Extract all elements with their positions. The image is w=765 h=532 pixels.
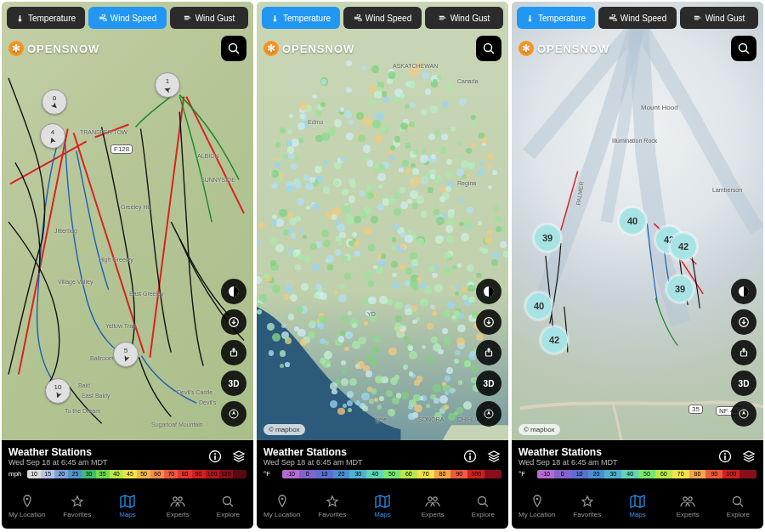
share-icon: [484, 348, 494, 358]
share-button[interactable]: [221, 340, 246, 365]
nav-my-location[interactable]: My Location: [257, 483, 307, 529]
pill-wind-gust[interactable]: Wind Gust: [425, 7, 503, 29]
search-icon: [219, 494, 236, 509]
three-d-label: 3D: [229, 379, 240, 388]
locate-button[interactable]: [476, 401, 502, 427]
nav-explore[interactable]: Explore: [713, 483, 763, 529]
temp-marker[interactable]: 39: [666, 275, 694, 303]
three-d-button[interactable]: 3D: [731, 371, 756, 396]
wind-marker[interactable]: 5➤: [113, 342, 139, 367]
layers-button[interactable]: [741, 449, 756, 464]
logo-row: ✻ OPENSNOW: [512, 36, 763, 61]
download-button[interactable]: [731, 309, 756, 335]
pill-wind-gust[interactable]: Wind Gust: [680, 7, 758, 29]
pill-temperature[interactable]: Temperature: [262, 7, 340, 29]
nav-experts[interactable]: Experts: [153, 483, 203, 529]
nav-explore[interactable]: Explore: [203, 483, 253, 529]
nav-favorites[interactable]: Favorites: [52, 483, 102, 529]
svg-line-25: [491, 51, 495, 54]
layers-icon: [742, 450, 756, 463]
info-bar: Weather Stations Wed Sep 18 at 6:45 am M…: [512, 440, 763, 483]
snowflake-icon: ✻: [518, 41, 534, 56]
legend-cell: 30: [604, 470, 621, 478]
svg-rect-16: [214, 456, 216, 460]
nav-experts[interactable]: Experts: [408, 483, 458, 529]
legend-cell: 100: [468, 470, 484, 478]
pill-wind-gust[interactable]: Wind Gust: [170, 7, 248, 29]
nav-maps[interactable]: Maps: [102, 483, 152, 529]
info-button[interactable]: [717, 449, 733, 464]
legend-cell: 25: [68, 470, 82, 478]
screenshot-panel-1: F128 Temperature Wind Speed Wind Gust ✻ …: [2, 2, 253, 529]
svg-point-50: [724, 453, 726, 455]
legend-cell: 90: [192, 470, 206, 478]
nav-label: Favorites: [318, 511, 346, 518]
contrast-button[interactable]: [221, 279, 246, 304]
pill-wind-speed[interactable]: Wind Speed: [343, 7, 422, 29]
nav-favorites[interactable]: Favorites: [307, 483, 357, 529]
svg-rect-42: [530, 14, 530, 19]
wind-marker[interactable]: 1➤: [155, 72, 180, 98]
search-button[interactable]: [476, 36, 502, 61]
wind-icon: [609, 14, 617, 22]
info-bar: Weather Stations Wed Sep 18 at 6:45 am M…: [2, 440, 253, 483]
nav-my-location[interactable]: My Location: [2, 483, 52, 529]
map-area[interactable]: F128 Temperature Wind Speed Wind Gust ✻ …: [2, 2, 253, 529]
legend-cell: 0: [299, 470, 316, 478]
nav-label: Explore: [472, 511, 495, 518]
info-button[interactable]: [462, 449, 478, 464]
svg-point-31: [469, 453, 471, 455]
pill-temperature[interactable]: Temperature: [517, 7, 595, 29]
brand-text: OPENSNOW: [537, 42, 609, 55]
nav-maps[interactable]: Maps: [357, 483, 407, 529]
legend-cell: 60: [400, 470, 417, 478]
wind-marker[interactable]: 10➤: [45, 378, 71, 404]
legend-cell: 100: [206, 470, 219, 478]
legend-cell: 80: [434, 470, 451, 478]
legend-unit: mph: [8, 470, 24, 478]
share-button[interactable]: [476, 340, 502, 365]
search-button[interactable]: [731, 36, 756, 61]
contrast-button[interactable]: [731, 279, 756, 304]
nav-my-location[interactable]: My Location: [512, 483, 562, 529]
nav-label: Experts: [677, 511, 700, 518]
temp-marker[interactable]: 40: [619, 207, 646, 235]
nav-explore[interactable]: Explore: [458, 483, 508, 529]
temp-marker[interactable]: 39: [534, 224, 561, 252]
legend-unit: °F: [264, 470, 279, 478]
wind-marker[interactable]: 0➤: [42, 89, 67, 115]
pill-wind-speed[interactable]: Wind Speed: [88, 7, 167, 29]
wind-marker[interactable]: 4➤: [40, 123, 65, 149]
map-area[interactable]: © mapbox Temperature Wind Speed Wind Gus…: [257, 2, 508, 529]
locate-button[interactable]: [731, 401, 756, 427]
info-button[interactable]: [207, 449, 223, 464]
legend-cell: 40: [621, 470, 638, 478]
pill-temperature[interactable]: Temperature: [7, 7, 85, 29]
share-button[interactable]: [731, 340, 756, 365]
map-area[interactable]: © mapbox PALMER Temperature Wind Speed W…: [512, 2, 763, 529]
download-button[interactable]: [221, 309, 246, 335]
download-button[interactable]: [476, 309, 502, 335]
locate-button[interactable]: [221, 401, 246, 427]
contrast-icon: [483, 286, 495, 297]
pill-wind-speed[interactable]: Wind Speed: [598, 7, 677, 29]
temp-marker[interactable]: 40: [525, 292, 552, 320]
layers-button[interactable]: [486, 449, 502, 464]
legend-unit: °F: [518, 470, 534, 478]
svg-point-43: [740, 44, 747, 52]
temp-marker[interactable]: 42: [670, 233, 697, 260]
three-d-button[interactable]: 3D: [476, 371, 502, 396]
info-icon: [208, 450, 222, 463]
search-button[interactable]: [221, 36, 246, 61]
nav-experts[interactable]: Experts: [663, 483, 713, 529]
nav-favorites[interactable]: Favorites: [562, 483, 612, 529]
temp-marker[interactable]: 42: [541, 326, 568, 354]
svg-line-44: [746, 51, 750, 54]
legend-cell: -10: [537, 470, 554, 478]
contrast-button[interactable]: [476, 279, 502, 304]
info-icon: [718, 450, 732, 463]
layers-button[interactable]: [231, 449, 246, 464]
nav-maps[interactable]: Maps: [612, 483, 662, 529]
svg-line-21: [230, 503, 234, 507]
three-d-button[interactable]: 3D: [221, 371, 246, 396]
